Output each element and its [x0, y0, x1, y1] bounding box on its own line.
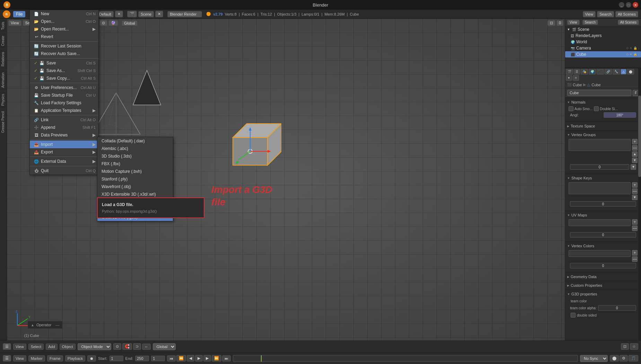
timeline-view-btn[interactable]: View: [13, 355, 26, 362]
next-frame-btn[interactable]: ⏩: [212, 355, 221, 362]
shape-keys-header[interactable]: Shape Keys: [567, 175, 640, 181]
shape-key-specials[interactable]: ▼: [632, 195, 638, 200]
file-load-factory-item[interactable]: 🔧 Load Factory Settings: [30, 99, 98, 107]
outliner-item-cube[interactable]: ⬛ Cube ⊙ ✕ 🔒 ↓: [565, 51, 641, 57]
prev-frame-btn[interactable]: ⏪: [176, 355, 186, 362]
vertex-color-slider[interactable]: 0: [570, 263, 636, 268]
sync-mode-selector[interactable]: No Sync: [580, 355, 608, 362]
breadcrumb-cube[interactable]: Cube: [573, 83, 582, 87]
outliner-search-btn[interactable]: Search: [582, 20, 598, 25]
shape-key-remove-btn[interactable]: —: [632, 188, 638, 194]
timeline-track[interactable]: [233, 355, 578, 362]
angle-slider[interactable]: 180°: [604, 112, 636, 118]
scene-tab-btn[interactable]: 🎭: [581, 69, 588, 74]
viewport-snap-btn[interactable]: ⊙: [99, 20, 107, 26]
file-data-previews-item[interactable]: 🖼 Data Previews ▶: [30, 131, 98, 139]
prev-keyframe-btn[interactable]: ◀: [187, 355, 194, 362]
file-app-templates-item[interactable]: 📋 Application Templates ▶: [30, 107, 98, 114]
material-tab-btn[interactable]: ⬤: [627, 69, 634, 74]
import-x3d-item[interactable]: X3D Extensible 3D (.x3d/.wrl): [97, 190, 173, 198]
jump-start-btn[interactable]: ⏮: [167, 355, 176, 362]
outliner-item-renderlayers[interactable]: 🖼 RenderLayers: [565, 33, 641, 39]
operator-toggle[interactable]: ▲: [31, 323, 34, 327]
world-tab-btn[interactable]: 🌍: [589, 69, 596, 74]
uv-map-add-btn[interactable]: +: [632, 219, 638, 225]
shape-key-add-btn[interactable]: +: [632, 182, 638, 188]
numpad-0-btn[interactable]: 0: [556, 20, 563, 26]
file-user-prefs-item[interactable]: ⚙ User Preferences... Ctrl Alt U: [30, 84, 98, 91]
file-save-startup-item[interactable]: 💾 Save Startup File Ctrl U: [30, 91, 98, 99]
timeline-opts-btn[interactable]: ⚙: [620, 355, 628, 362]
search-btn-top[interactable]: Search: [597, 11, 614, 17]
display-btn-2[interactable]: ☆: [630, 343, 638, 350]
outliner-item-world[interactable]: 🌍 World: [565, 39, 641, 45]
outliner-item-scene[interactable]: ▼ 🎬 Scene: [565, 26, 641, 33]
data-tab-btn[interactable]: △: [621, 69, 626, 74]
next-keyframe-btn[interactable]: ▶: [203, 355, 211, 362]
timeline-icon-btn[interactable]: ☰: [3, 355, 11, 362]
record-btn[interactable]: ⏺: [87, 355, 96, 362]
add-bottom-btn[interactable]: Add: [46, 344, 58, 350]
keyframe-type-btn[interactable]: ⬤: [610, 355, 619, 362]
object-bottom-btn[interactable]: Object: [60, 344, 76, 350]
layers-tab-btn[interactable]: ☰: [574, 69, 580, 74]
file-save-as-item[interactable]: ✓ 💾 Save As... Shift Ctrl S: [30, 67, 98, 74]
file-new-item[interactable]: 📄 New Ctrl N: [30, 10, 98, 18]
vertex-group-add-btn[interactable]: +: [632, 139, 638, 144]
import-obj-item[interactable]: Wavefront (.obj): [97, 183, 173, 190]
play-btn[interactable]: ▶: [195, 355, 203, 362]
uv-maps-header[interactable]: UV Maps: [567, 212, 640, 218]
view-menu-btn[interactable]: View: [8, 20, 21, 26]
display-btn-1[interactable]: ⊡: [621, 343, 629, 350]
render-tab-btn[interactable]: 🎬: [566, 69, 573, 74]
file-link-item[interactable]: 🔗 Link Ctrl Alt O: [30, 116, 98, 124]
file-open-item[interactable]: 📂 Open... Ctrl O: [30, 18, 98, 25]
start-frame-input[interactable]: [109, 356, 123, 361]
custom-properties-header[interactable]: Custom Properties: [567, 283, 640, 288]
create-tab[interactable]: Create: [0, 33, 7, 49]
particles-tab-btn[interactable]: ✦: [566, 75, 572, 81]
import-3ds-item[interactable]: 3D Studio (.3ds): [97, 152, 173, 160]
vertex-groups-list[interactable]: [569, 139, 631, 151]
g3d-properties-header[interactable]: G3D properties: [567, 291, 640, 297]
vertex-group-specials[interactable]: ▼: [631, 164, 636, 170]
file-import-item[interactable]: 📥 Import ▶: [30, 141, 98, 148]
import-fbx-item[interactable]: FBX (.fbx): [97, 160, 173, 168]
minimize-button[interactable]: _: [619, 2, 624, 8]
vertex-group-movedown-btn[interactable]: ▼: [632, 158, 638, 163]
vertex-group-remove-btn[interactable]: —: [632, 145, 638, 151]
vertex-groups-header[interactable]: Vertex Groups: [567, 132, 640, 137]
outliner-all-scenes-btn[interactable]: All Scenes: [618, 20, 639, 25]
import-collada-item[interactable]: Collada (Default) (.dae): [97, 137, 173, 145]
uv-map-remove-btn[interactable]: —: [632, 225, 638, 231]
physics-tab-btn[interactable]: ⚛: [573, 75, 579, 81]
global-select[interactable]: Global: [122, 20, 138, 26]
shape-key-slider[interactable]: 0: [570, 201, 636, 207]
current-frame-input[interactable]: [151, 356, 165, 361]
import-bvh-item[interactable]: Motion Capture (.bvh): [97, 168, 173, 175]
weight-slider[interactable]: 0: [570, 164, 629, 170]
pivot-btn[interactable]: ⊙: [113, 343, 121, 350]
file-quit-item[interactable]: ⏻ Quit Ctrl Q: [30, 167, 98, 175]
file-open-recent-item[interactable]: 📂 Open Recent... ▶: [30, 25, 98, 33]
vertex-color-remove-btn[interactable]: —: [632, 256, 638, 262]
double-sided-g3d-checkbox[interactable]: [571, 313, 576, 318]
file-recover-last-item[interactable]: 🔄 Recover Last Session: [30, 42, 98, 50]
file-save-copy-item[interactable]: ✓ 💾 Save Copy... Ctrl Alt S: [30, 74, 98, 82]
outliner-view-btn[interactable]: View: [567, 20, 580, 25]
all-scenes-btn[interactable]: All Scenes: [615, 11, 638, 17]
breadcrumb-mesh[interactable]: Cube: [591, 83, 600, 87]
transform-space-selector[interactable]: Global: [153, 343, 176, 350]
scene-add[interactable]: ✕: [155, 11, 163, 17]
file-external-data-item[interactable]: 🌐 External Data ▶: [30, 158, 98, 165]
auto-smooth-checkbox[interactable]: [569, 106, 573, 111]
file-append-item[interactable]: ➕ Append Shift F1: [30, 124, 98, 131]
render-engine-select[interactable]: Blender Render: [167, 11, 202, 17]
object-name-input[interactable]: [567, 90, 631, 96]
end-frame-input[interactable]: [135, 356, 149, 361]
timeline-frame-btn[interactable]: Frame: [47, 355, 63, 362]
vp-icon-btn[interactable]: ☰: [3, 343, 11, 350]
texture-space-header[interactable]: Texture Space: [567, 123, 640, 129]
outliner-item-camera[interactable]: 📷 Camera ⊙ ✕ 🔒 ↓: [565, 45, 641, 51]
maximize-button[interactable]: □: [626, 2, 631, 8]
